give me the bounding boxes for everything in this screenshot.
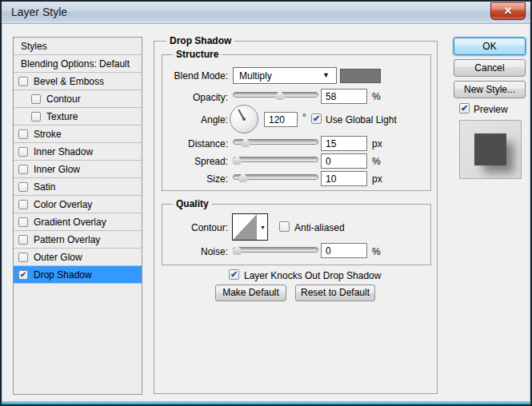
contour-label: Contour: [151,222,228,233]
sidebar-item-satin[interactable]: Satin [14,178,142,196]
angle-dial-center [242,117,246,121]
angle-input[interactable] [264,112,298,127]
sidebar-item-label: Texture [46,111,78,122]
opacity-slider[interactable] [233,90,318,100]
size-input[interactable] [321,171,367,186]
window-right-edge [530,24,530,404]
blend-mode-select[interactable]: Multiply ▼ [233,67,337,84]
sidebar-item-pattern-overlay[interactable]: Pattern Overlay [14,231,142,249]
window-bottom-edge [2,401,530,404]
sidebar-item-label: Outer Glow [34,252,82,263]
distance-slider[interactable] [233,137,318,147]
sidebar-item-label: Inner Shadow [34,146,93,157]
size-unit: px [372,173,382,185]
sidebar-item-label: Satin [34,181,55,193]
use-global-light-label: Use Global Light [326,114,397,125]
sidebar-item-color-overlay[interactable]: Color Overlay [14,196,142,213]
preview-shadow-square [474,133,506,165]
sidebar-item-label: Pattern Overlay [34,234,100,245]
sidebar-item-label: Stroke [34,129,62,140]
contour-thumbnail [233,214,257,240]
outer-glow-checkbox[interactable] [18,253,28,262]
sidebar-item-label: Inner Glow [34,164,80,175]
sidebar-item-label: Contour [46,94,81,105]
sidebar-item-inner-shadow[interactable]: Inner Shadow [14,143,142,161]
texture-checkbox[interactable] [31,112,41,121]
noise-label: Noise: [151,246,228,257]
sidebar-item-contour[interactable]: Contour [14,90,142,108]
preview-thumbnail [459,120,522,179]
chevron-down-icon: ▼ [322,71,330,79]
noise-slider[interactable] [233,245,318,255]
blend-mode-label: Blend Mode: [151,70,228,82]
angle-dial[interactable] [230,105,258,133]
preview-checkbox[interactable]: ✔ [459,103,470,113]
sidebar-item-drop-shadow[interactable]: ✔ Drop Shadow [14,266,142,284]
sidebar-item-stroke[interactable]: Stroke [14,125,142,143]
sidebar-item-label: Bevel & Emboss [34,76,104,87]
contour-picker[interactable]: ▼ [232,213,268,241]
bevel-emboss-checkbox[interactable] [18,77,28,86]
size-slider[interactable] [233,172,318,182]
drop-shadow-checkbox[interactable]: ✔ [18,270,28,280]
sidebar-item-label: Gradient Overlay [34,217,106,228]
anti-aliased-label: Anti-aliased [294,222,345,233]
size-label: Size: [151,173,228,185]
sidebar-item-styles[interactable]: Styles [14,38,142,55]
quality-title: Quality [173,198,212,209]
sidebar-item-label: Color Overlay [34,199,92,210]
stroke-checkbox[interactable] [18,129,28,139]
distance-input[interactable] [321,136,367,151]
inner-shadow-checkbox[interactable] [18,147,28,157]
spread-label: Spread: [151,156,228,167]
opacity-label: Opacity: [151,92,228,103]
contour-checkbox[interactable] [31,94,41,104]
spread-slider[interactable] [233,154,318,165]
blend-mode-value: Multiply [239,70,272,82]
dialog-title: Layer Style [11,6,67,18]
opacity-unit: % [372,91,381,102]
inner-glow-checkbox[interactable] [18,165,28,174]
spread-unit: % [372,156,381,167]
satin-checkbox[interactable] [18,182,28,192]
cancel-button[interactable]: Cancel [454,59,526,77]
noise-slider-track[interactable] [233,247,318,253]
sidebar-item-label: Drop Shadow [34,269,92,281]
sidebar-item-bevel-emboss[interactable]: Bevel & Emboss [14,73,142,90]
sidebar-item-texture[interactable]: Texture [14,108,142,125]
distance-unit: px [372,138,382,149]
sidebar-item-outer-glow[interactable]: Outer Glow [14,249,142,266]
noise-input[interactable] [321,243,367,258]
spread-input[interactable] [321,153,367,169]
title-bar: Layer Style ✕ [2,2,530,24]
styles-list: Styles Blending Options: Default Bevel &… [13,37,142,395]
color-overlay-checkbox[interactable] [18,200,28,209]
close-button[interactable]: ✕ [490,2,526,20]
sidebar-item-label: Styles [21,41,47,52]
shadow-color-swatch[interactable] [340,69,381,83]
angle-unit: ° [302,112,306,123]
sidebar-item-label: Blending Options: Default [21,58,130,70]
structure-title: Structure [173,49,222,60]
panel-title: Drop Shadow [166,35,234,46]
layer-knocks-out-label: Layer Knocks Out Drop Shadow [244,270,381,281]
close-icon: ✕ [491,3,525,19]
noise-unit: % [372,246,381,257]
sidebar-item-inner-glow[interactable]: Inner Glow [14,161,142,178]
window-left-edge [2,24,2,404]
sidebar-item-gradient-overlay[interactable]: Gradient Overlay [14,213,142,231]
sidebar-item-blending-options[interactable]: Blending Options: Default [14,55,142,73]
spread-slider-track[interactable] [233,157,318,162]
new-style-button[interactable]: New Style... [454,81,526,98]
opacity-input[interactable] [321,89,367,104]
pattern-overlay-checkbox[interactable] [18,235,28,245]
reset-to-default-button[interactable]: Reset to Default [295,285,375,301]
ok-button[interactable]: OK [454,38,526,55]
preview-label: Preview [474,104,508,115]
chevron-down-icon: ▼ [260,225,266,230]
gradient-overlay-checkbox[interactable] [18,217,28,227]
layer-style-dialog: Layer Style ✕ Styles Blending Options: D… [0,0,532,406]
distance-label: Distance: [151,138,228,149]
make-default-button[interactable]: Make Default [215,285,286,301]
angle-label: Angle: [151,114,228,125]
